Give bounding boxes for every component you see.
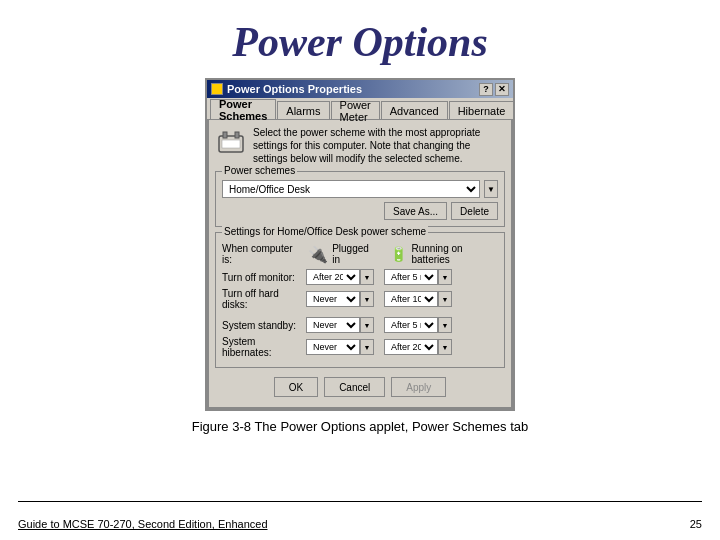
disks-plugged-arrow[interactable]: ▼ xyxy=(360,291,374,307)
dialog-title: Power Options Properties xyxy=(227,83,362,95)
titlebar-icon xyxy=(211,83,223,95)
svg-rect-1 xyxy=(223,132,227,138)
tab-power-meter[interactable]: Power Meter xyxy=(331,101,380,119)
monitor-battery-arrow[interactable]: ▼ xyxy=(438,269,452,285)
disks-battery-arrow[interactable]: ▼ xyxy=(438,291,452,307)
dialog-content: Select the power scheme with the most ap… xyxy=(207,119,513,409)
standby-label: System standby: xyxy=(222,320,302,331)
plugged-in-icon: 🔌 xyxy=(308,245,328,264)
monitor-battery-select[interactable]: After 5 mins xyxy=(384,269,438,285)
power-schemes-label: Power schemes xyxy=(222,165,297,176)
page-footer: Guide to MCSE 70-270, Second Edition, En… xyxy=(0,518,720,530)
setting-row-standby: System standby: Never ▼ After 5 mins ▼ xyxy=(222,317,498,333)
hibernate-label: System hibernates: xyxy=(222,336,302,358)
footer-right: 25 xyxy=(690,518,702,530)
footer-left: Guide to MCSE 70-270, Second Edition, En… xyxy=(18,518,268,530)
apply-button[interactable]: Apply xyxy=(391,377,446,397)
battery-icon: 🔋 xyxy=(390,246,407,262)
tab-hibernate[interactable]: Hibernate xyxy=(449,101,515,119)
power-schemes-group: Power schemes Home/Office Desk ▼ Save As… xyxy=(215,171,505,227)
standby-plugged-select[interactable]: Never xyxy=(306,317,360,333)
hibernate-battery-select[interactable]: After 20 mins xyxy=(384,339,438,355)
scheme-select[interactable]: Home/Office Desk xyxy=(222,180,480,198)
tab-alarms[interactable]: Alarms xyxy=(277,101,329,119)
when-computer-label: When computer is: xyxy=(222,243,300,265)
standby-battery-select[interactable]: After 5 mins xyxy=(384,317,438,333)
setting-row-hibernate: System hibernates: Never ▼ After 20 mins… xyxy=(222,336,498,358)
settings-group: Settings for Home/Office Desk power sche… xyxy=(215,232,505,368)
tab-bar: Power Schemes Alarms Power Meter Advance… xyxy=(207,98,513,119)
monitor-plugged-arrow[interactable]: ▼ xyxy=(360,269,374,285)
dialog-titlebar: Power Options Properties ? ✕ xyxy=(207,80,513,98)
tab-advanced[interactable]: Advanced xyxy=(381,101,448,119)
hibernate-plugged-select[interactable]: Never xyxy=(306,339,360,355)
ok-button[interactable]: OK xyxy=(274,377,318,397)
dialog: Power Options Properties ? ✕ Power Schem… xyxy=(205,78,515,411)
standby-battery-arrow[interactable]: ▼ xyxy=(438,317,452,333)
save-as-button[interactable]: Save As... xyxy=(384,202,447,220)
hibernate-battery-arrow[interactable]: ▼ xyxy=(438,339,452,355)
svg-rect-3 xyxy=(222,140,240,148)
disks-plugged-select[interactable]: Never xyxy=(306,291,360,307)
cancel-button[interactable]: Cancel xyxy=(324,377,385,397)
settings-group-label: Settings for Home/Office Desk power sche… xyxy=(222,226,428,237)
footer-divider xyxy=(18,501,702,502)
tab-power-schemes[interactable]: Power Schemes xyxy=(210,99,276,119)
close-button[interactable]: ✕ xyxy=(495,83,509,96)
setting-row-monitor: Turn off monitor: After 20 mins ▼ After … xyxy=(222,269,498,285)
scheme-arrow[interactable]: ▼ xyxy=(484,180,498,198)
figure-caption: Figure 3-8 The Power Options applet, Pow… xyxy=(0,419,720,434)
disks-battery-select[interactable]: After 10 mins xyxy=(384,291,438,307)
monitor-plugged-select[interactable]: After 20 mins xyxy=(306,269,360,285)
dialog-footer: OK Cancel Apply xyxy=(215,373,505,401)
setting-row-disks: Turn off hard disks: Never ▼ After 10 mi… xyxy=(222,288,498,310)
help-button[interactable]: ? xyxy=(479,83,493,96)
standby-plugged-arrow[interactable]: ▼ xyxy=(360,317,374,333)
plugged-in-label: Plugged in xyxy=(332,243,376,265)
battery-label: Running on batteries xyxy=(411,243,498,265)
delete-button[interactable]: Delete xyxy=(451,202,498,220)
info-text: Select the power scheme with the most ap… xyxy=(253,126,505,165)
disks-label: Turn off hard disks: xyxy=(222,288,302,310)
power-icon xyxy=(215,126,247,158)
page-title: Power Options xyxy=(0,0,720,78)
monitor-label: Turn off monitor: xyxy=(222,272,302,283)
svg-rect-2 xyxy=(235,132,239,138)
hibernate-plugged-arrow[interactable]: ▼ xyxy=(360,339,374,355)
